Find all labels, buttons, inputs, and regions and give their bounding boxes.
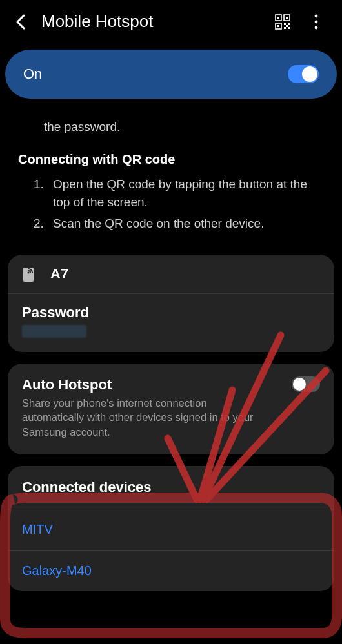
password-value-redacted <box>22 325 86 338</box>
svg-rect-10 <box>286 25 288 27</box>
step-number: 1. <box>34 175 46 212</box>
auto-hotspot-switch[interactable] <box>292 376 320 392</box>
step-text: Scan the QR code on the other device. <box>53 215 264 233</box>
connected-device-row[interactable]: MITV <box>8 509 334 551</box>
device-name: Galaxy-M40 <box>22 563 92 578</box>
auto-hotspot-subtitle: Share your phone's internet connection a… <box>22 396 267 439</box>
device-name: MITV <box>22 522 53 537</box>
svg-rect-7 <box>288 23 290 25</box>
svg-point-13 <box>315 26 318 29</box>
instructions-block: the password. Connecting with QR code 1.… <box>0 99 342 243</box>
auto-hotspot-card[interactable]: Auto Hotspot Share your phone's internet… <box>8 364 334 454</box>
step-text: Open the QR code by tapping the button a… <box>53 175 324 212</box>
connected-devices-header: Connected devices <box>8 466 334 509</box>
svg-rect-1 <box>277 17 279 19</box>
hotspot-master-switch[interactable] <box>288 65 319 83</box>
more-vertical-icon <box>314 14 318 30</box>
connected-device-row[interactable]: Galaxy-M40 <box>8 551 334 591</box>
auto-hotspot-title: Auto Hotspot <box>22 376 281 393</box>
svg-rect-9 <box>288 27 290 29</box>
svg-rect-6 <box>284 23 286 25</box>
network-name: A7 <box>50 266 68 282</box>
qr-code-icon <box>275 14 290 30</box>
connected-devices-title: Connected devices <box>22 479 152 496</box>
password-row[interactable]: Password <box>8 294 334 352</box>
hotspot-master-toggle[interactable]: On <box>5 50 337 99</box>
network-card: A7 Password <box>8 255 334 352</box>
hotspot-master-label: On <box>23 66 42 83</box>
qr-code-button[interactable] <box>274 13 292 31</box>
more-options-button[interactable] <box>307 13 325 31</box>
svg-point-15 <box>28 272 30 274</box>
password-label: Password <box>22 304 320 321</box>
network-name-row[interactable]: A7 <box>8 255 334 294</box>
qr-instruction-title: Connecting with QR code <box>18 150 324 169</box>
svg-point-11 <box>315 14 318 17</box>
svg-point-12 <box>315 20 318 23</box>
svg-rect-14 <box>23 268 34 282</box>
svg-rect-3 <box>286 17 288 19</box>
back-button[interactable] <box>12 13 30 31</box>
svg-rect-5 <box>277 25 279 27</box>
instruction-fragment: the password. <box>44 118 324 137</box>
step-number: 2. <box>34 215 46 233</box>
connected-devices-card: Connected devices MITV Galaxy-M40 <box>8 466 334 591</box>
chevron-left-icon <box>15 13 26 31</box>
hotspot-icon <box>22 265 36 283</box>
app-header: Mobile Hotspot <box>0 0 342 43</box>
svg-rect-8 <box>284 27 286 29</box>
page-title: Mobile Hotspot <box>41 12 262 32</box>
